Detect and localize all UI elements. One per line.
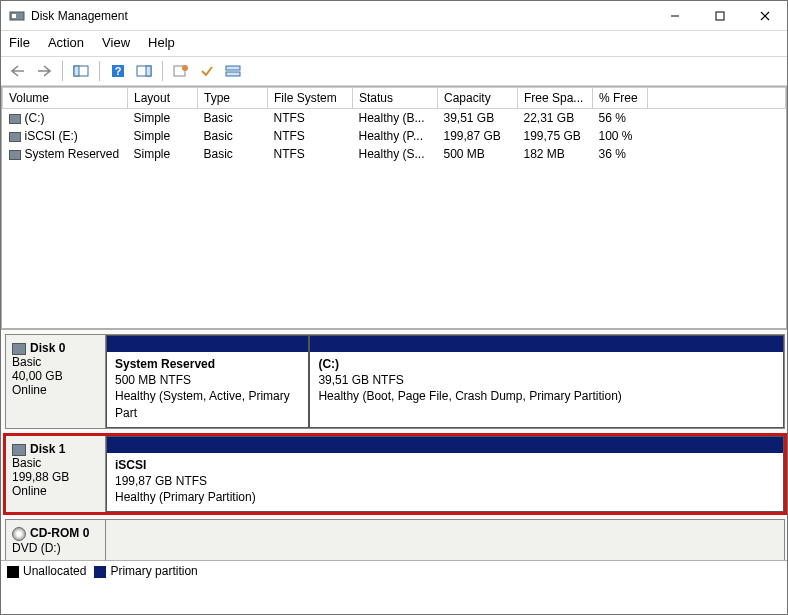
settings-button[interactable] <box>196 60 218 82</box>
close-button[interactable] <box>742 1 787 30</box>
menu-action[interactable]: Action <box>48 35 84 50</box>
legend: Unallocated Primary partition <box>1 560 787 581</box>
menu-view[interactable]: View <box>102 35 130 50</box>
disk-info: Disk 0Basic40,00 GBOnline <box>6 335 106 428</box>
volume-icon <box>9 132 21 142</box>
partition-body: (C:)39,51 GB NTFSHealthy (Boot, Page Fil… <box>310 352 783 411</box>
volume-row[interactable]: iSCSI (E:)SimpleBasicNTFSHealthy (P...19… <box>3 127 786 145</box>
volume-list-pane[interactable]: Volume Layout Type File System Status Ca… <box>1 86 787 329</box>
disk-row[interactable]: Disk 1Basic199,88 GBOnlineiSCSI199,87 GB… <box>5 435 785 514</box>
window-controls <box>652 1 787 30</box>
partition[interactable]: System Reserved500 MB NTFSHealthy (Syste… <box>106 335 309 428</box>
menu-file[interactable]: File <box>9 35 30 50</box>
toolbar-separator <box>62 61 63 81</box>
view-layout-button[interactable] <box>222 60 244 82</box>
disk-icon <box>12 343 26 355</box>
disk-icon <box>12 444 26 456</box>
refresh-button[interactable] <box>170 60 192 82</box>
maximize-button[interactable] <box>697 1 742 30</box>
volume-icon <box>9 150 21 160</box>
menubar: File Action View Help <box>1 31 787 57</box>
minimize-button[interactable] <box>652 1 697 30</box>
show-hide-console-tree-button[interactable] <box>70 60 92 82</box>
legend-primary: Primary partition <box>94 564 197 578</box>
svg-rect-11 <box>146 66 151 76</box>
cdrom-icon <box>12 527 26 541</box>
svg-rect-3 <box>716 12 724 20</box>
toolbar: ? <box>1 57 787 86</box>
toolbar-separator <box>99 61 100 81</box>
col-freespace[interactable]: Free Spa... <box>518 88 593 109</box>
disk-row[interactable]: CD-ROM 0DVD (D:) <box>5 519 785 560</box>
svg-text:?: ? <box>115 65 122 77</box>
partition-stripe <box>107 336 308 352</box>
col-filesystem[interactable]: File System <box>268 88 353 109</box>
partition[interactable]: (C:)39,51 GB NTFSHealthy (Boot, Page Fil… <box>309 335 784 428</box>
partition-body: iSCSI199,87 GB NTFSHealthy (Primary Part… <box>107 453 783 512</box>
swatch-primary <box>94 566 106 578</box>
col-status[interactable]: Status <box>353 88 438 109</box>
col-type[interactable]: Type <box>198 88 268 109</box>
col-capacity[interactable]: Capacity <box>438 88 518 109</box>
column-header-row: Volume Layout Type File System Status Ca… <box>3 88 786 109</box>
action-pane-button[interactable] <box>133 60 155 82</box>
disk-partitions: System Reserved500 MB NTFSHealthy (Syste… <box>106 335 784 428</box>
legend-primary-label: Primary partition <box>110 564 197 578</box>
col-layout[interactable]: Layout <box>128 88 198 109</box>
disk-partitions <box>106 520 784 560</box>
legend-unallocated: Unallocated <box>7 564 86 578</box>
col-pctfree[interactable]: % Free <box>593 88 648 109</box>
disk-info: Disk 1Basic199,88 GBOnline <box>6 436 106 513</box>
col-spacer <box>648 88 786 109</box>
partition-body: System Reserved500 MB NTFSHealthy (Syste… <box>107 352 308 427</box>
svg-point-13 <box>182 65 188 71</box>
volume-row[interactable]: (C:)SimpleBasicNTFSHealthy (B...39,51 GB… <box>3 109 786 128</box>
partition-stripe <box>310 336 783 352</box>
volume-row[interactable]: System ReservedSimpleBasicNTFSHealthy (S… <box>3 145 786 163</box>
partition-stripe <box>107 437 783 453</box>
disk-graphical-pane[interactable]: Disk 0Basic40,00 GBOnlineSystem Reserved… <box>1 329 787 560</box>
help-button[interactable]: ? <box>107 60 129 82</box>
disk-row[interactable]: Disk 0Basic40,00 GBOnlineSystem Reserved… <box>5 334 785 429</box>
svg-rect-1 <box>12 14 16 18</box>
col-volume[interactable]: Volume <box>3 88 128 109</box>
forward-button[interactable] <box>33 60 55 82</box>
app-icon <box>9 8 25 24</box>
window-title: Disk Management <box>31 9 652 23</box>
back-button[interactable] <box>7 60 29 82</box>
menu-help[interactable]: Help <box>148 35 175 50</box>
titlebar: Disk Management <box>1 1 787 31</box>
volume-icon <box>9 114 21 124</box>
swatch-unallocated <box>7 566 19 578</box>
volume-table: Volume Layout Type File System Status Ca… <box>2 87 786 163</box>
partition[interactable]: iSCSI199,87 GB NTFSHealthy (Primary Part… <box>106 436 784 513</box>
disk-partitions: iSCSI199,87 GB NTFSHealthy (Primary Part… <box>106 436 784 513</box>
svg-rect-15 <box>226 72 240 76</box>
toolbar-separator <box>162 61 163 81</box>
legend-unallocated-label: Unallocated <box>23 564 86 578</box>
disk-info: CD-ROM 0DVD (D:) <box>6 520 106 560</box>
svg-rect-14 <box>226 66 240 70</box>
svg-rect-7 <box>74 66 79 76</box>
